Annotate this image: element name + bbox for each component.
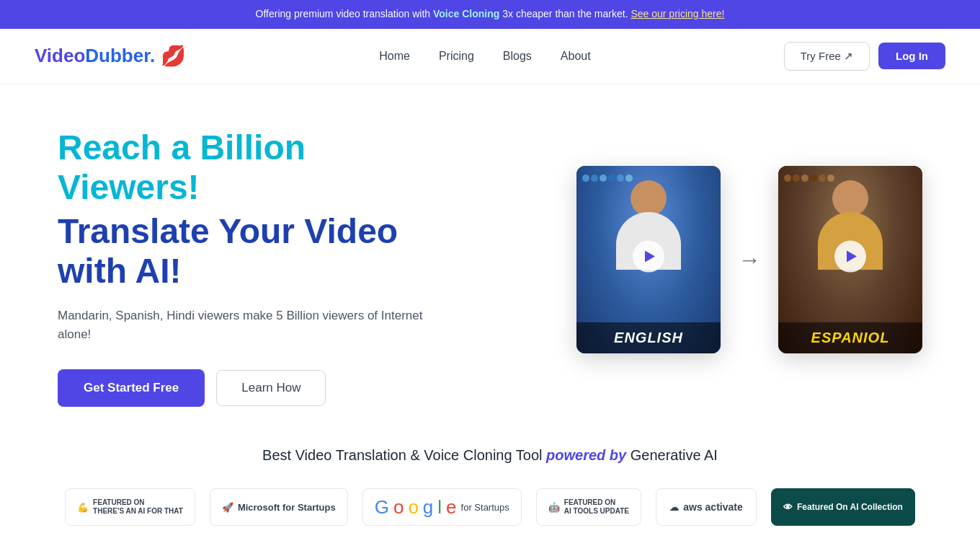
partner-there-is-ai: 💪 FEATURED ONTHERE'S AN AI FOR THAT	[65, 488, 195, 526]
partner-google: Google for Startups	[362, 488, 522, 526]
nav-pricing[interactable]: Pricing	[439, 50, 474, 62]
play-button-spanish[interactable]	[834, 241, 866, 273]
tagline-italic: powered by	[546, 447, 626, 463]
partner-aws-icon: ☁	[669, 502, 679, 513]
tagline-text1: Best Video Translation & Voice Cloning T…	[262, 447, 542, 463]
partner-ai-collection: 👁 Featured On AI Collection	[771, 488, 915, 526]
video-card-english: ENGLISH	[576, 166, 721, 353]
nav-links: Home Pricing Blogs About	[379, 50, 590, 63]
nav-blogs[interactable]: Blogs	[503, 50, 532, 62]
video-arrow: →	[738, 247, 761, 273]
logo-lips-icon: 💋	[161, 44, 186, 68]
hero-section: Reach a Billion Viewers! Translate Your …	[0, 84, 980, 436]
tagline-section: Best Video Translation & Voice Cloning T…	[0, 436, 980, 481]
logo-text: VideoDubber.	[35, 45, 155, 67]
hero-visual: ENGLISH → ESPAN	[576, 166, 922, 353]
nav-home[interactable]: Home	[379, 50, 410, 62]
video-card-spanish: ESPANIOL	[778, 166, 922, 353]
try-free-button[interactable]: Try Free ↗	[784, 42, 870, 71]
banner-text: Offering premium video translation with	[256, 8, 431, 19]
tagline-text2: Generative AI	[631, 447, 718, 463]
partner-microsoft: 🚀 Microsoft for Startups	[210, 488, 348, 526]
banner-highlight: Voice Cloning	[433, 8, 499, 19]
learn-how-button[interactable]: Learn How	[216, 370, 326, 406]
nav-actions: Try Free ↗ Log In	[784, 42, 945, 71]
hero-title-line1: Reach a Billion Viewers!	[58, 128, 432, 207]
hero-buttons: Get Started Free Learn How	[58, 369, 432, 407]
hero-content: Reach a Billion Viewers! Translate Your …	[58, 128, 432, 407]
partner-ai-tools-icon: 🤖	[548, 502, 560, 513]
navbar: VideoDubber. 💋 Home Pricing Blogs About …	[0, 29, 980, 84]
partners-row: 💪 FEATURED ONTHERE'S AN AI FOR THAT 🚀 Mi…	[43, 488, 937, 526]
video-label-english: ENGLISH	[576, 322, 721, 353]
partner-ms-icon: 🚀	[222, 502, 233, 513]
get-started-button[interactable]: Get Started Free	[58, 369, 205, 407]
partner-ai-collection-icon: 👁	[783, 502, 793, 513]
play-button-english[interactable]	[633, 241, 664, 273]
partner-ai-icon: 💪	[77, 502, 89, 513]
partner-aws: ☁ aws activate	[656, 488, 757, 526]
video-label-spanish: ESPANIOL	[778, 322, 922, 353]
banner-pricing-link[interactable]: See our pricing here!	[631, 8, 724, 19]
partners-section: 💪 FEATURED ONTHERE'S AN AI FOR THAT 🚀 Mi…	[0, 481, 980, 543]
banner-text2: 3x cheaper than the market.	[502, 8, 628, 19]
logo-area: VideoDubber. 💋	[35, 44, 186, 68]
top-banner: Offering premium video translation with …	[0, 0, 980, 29]
partner-ai-tools: 🤖 FEATURED ONAI TOOLS UPDATE	[536, 488, 641, 526]
login-button[interactable]: Log In	[878, 43, 945, 69]
hero-title-line2: Translate Your Video with AI!	[58, 211, 432, 291]
hero-subtitle: Mandarin, Spanish, Hindi viewers make 5 …	[58, 307, 432, 343]
flags-section: 🇦🇲🇦🇴🏔🇦🇷🇦🇼🇦🇹🇦🇺🇦🇿🏴🇦🇽🇦🇿🇧🇦🇧🇧🇧🇫🇧🇯🇧🇶🏳🇬🇧🇧🇳🇧🇴🇦🇲🇦…	[0, 543, 980, 551]
nav-about[interactable]: About	[561, 50, 591, 62]
